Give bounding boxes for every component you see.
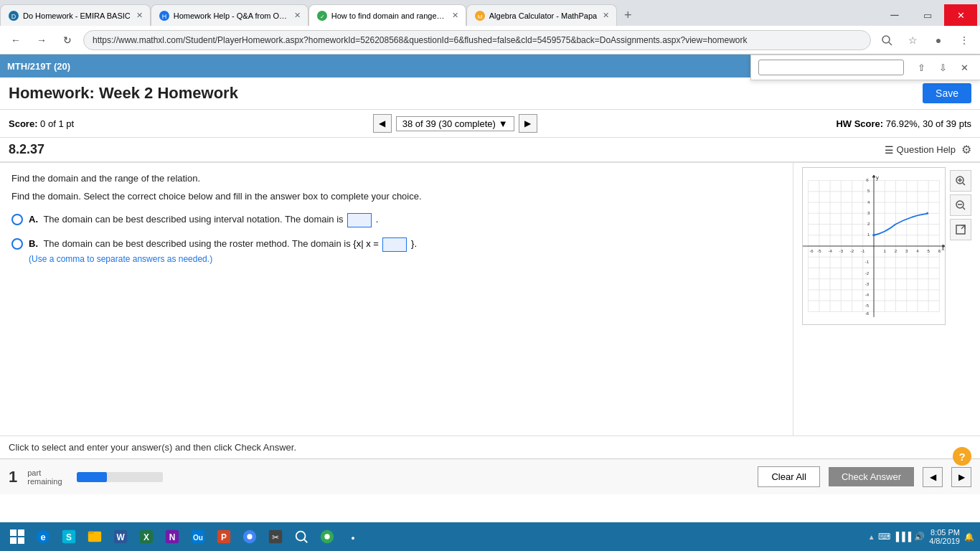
expand-button[interactable] — [950, 219, 971, 240]
svg-text:6: 6 — [938, 248, 941, 253]
svg-text:M: M — [477, 14, 482, 20]
choice-a-text: The domain can be best described using i… — [43, 214, 343, 225]
choice-a-input[interactable] — [347, 213, 372, 227]
graph-svg: x y -6 -5 -4 -3 -2 -1 1 2 3 4 5 6 6 — [802, 167, 946, 325]
user-icon[interactable]: ● — [928, 30, 948, 50]
svg-text:-3: -3 — [839, 248, 844, 253]
action-prev-button[interactable]: ◀ — [923, 467, 943, 487]
course-label: MTH/219T (20) — [7, 61, 70, 72]
svg-text:3: 3 — [867, 210, 870, 215]
find-input[interactable] — [758, 60, 904, 75]
settings-button[interactable]: ⚙ — [961, 143, 971, 156]
check-answer-button[interactable]: Check Answer — [829, 467, 914, 486]
tab4-label: Algebra Calculator - MathPapa — [489, 11, 597, 20]
find-prev-button[interactable]: ⇧ — [913, 59, 930, 76]
question-right: x y -6 -5 -4 -3 -2 -1 1 2 3 4 5 6 6 — [793, 163, 980, 435]
new-tab-button[interactable]: + — [617, 4, 639, 26]
minimize-button[interactable]: ─ — [878, 4, 911, 26]
choice-b-input[interactable] — [382, 237, 407, 252]
clear-all-button[interactable]: Clear All — [758, 466, 819, 487]
prev-question-button[interactable]: ◀ — [373, 114, 392, 133]
choice-b-content: B. The domain can be best described usin… — [29, 237, 417, 264]
choice-a-row: A. The domain can be best described usin… — [11, 213, 781, 227]
tab-3[interactable]: ✓ How to find domain and range f... ✕ — [308, 4, 466, 26]
svg-text:-4: -4 — [828, 248, 832, 253]
graph-area: x y -6 -5 -4 -3 -2 -1 1 2 3 4 5 6 6 — [802, 167, 971, 325]
svg-text:-6: -6 — [809, 248, 814, 253]
question-number: 8.2.37 — [9, 142, 44, 157]
tab-2[interactable]: H Homework Help - Q&A from On... ✕ — [151, 4, 308, 26]
choice-a-label: A. — [29, 214, 38, 225]
svg-text:1: 1 — [867, 232, 870, 237]
next-question-button[interactable]: ▶ — [519, 114, 537, 133]
choice-a-content: A. The domain can be best described usin… — [29, 213, 378, 227]
choice-b-label: B. — [29, 238, 38, 249]
svg-marker-39 — [872, 175, 875, 177]
svg-text:5: 5 — [927, 248, 930, 253]
homework-title: Homework: Week 2 Homework — [9, 84, 238, 103]
bottom-instruction-text: Click to select and enter your answer(s)… — [9, 442, 296, 453]
svg-text:x: x — [941, 245, 944, 252]
svg-line-73 — [963, 207, 965, 209]
tab2-close[interactable]: ✕ — [294, 11, 301, 20]
part-number: 1 — [9, 468, 17, 486]
hw-score-value: 76.92%, 30 of 39 pts — [886, 118, 971, 129]
svg-text:5: 5 — [867, 188, 870, 193]
svg-text:-3: -3 — [865, 281, 870, 286]
tab1-close[interactable]: ✕ — [136, 11, 143, 20]
svg-text:3: 3 — [905, 248, 908, 253]
menu-icon[interactable]: ⋮ — [954, 30, 974, 50]
find-next-button[interactable]: ⇩ — [934, 59, 951, 76]
tab-4[interactable]: M Algebra Calculator - MathPapa ✕ — [466, 4, 617, 26]
tab3-close[interactable]: ✕ — [452, 11, 458, 20]
svg-text:H: H — [162, 13, 167, 20]
homework-title-bar: Homework: Week 2 Homework Save — [0, 77, 980, 110]
tab3-label: How to find domain and range f... — [331, 11, 446, 20]
find-close-button[interactable]: ✕ — [956, 59, 973, 76]
tab1-label: Do Homework - EMIRA BASIC — [23, 11, 131, 20]
part-labels: part remaining — [27, 468, 62, 486]
address-input[interactable] — [83, 30, 871, 50]
score-label: Score: — [9, 118, 37, 129]
svg-text:✓: ✓ — [319, 14, 324, 20]
choice-b-row: B. The domain can be best described usin… — [11, 237, 781, 264]
save-button[interactable]: Save — [923, 83, 971, 103]
question-header: 8.2.37 ☰ Question Help ⚙ — [0, 138, 980, 163]
question-dropdown[interactable]: 38 of 39 (30 complete) ▼ — [396, 116, 514, 131]
tab4-close[interactable]: ✕ — [603, 11, 609, 20]
choice-b-radio[interactable] — [11, 238, 23, 250]
back-button[interactable]: ← — [6, 30, 26, 50]
svg-text:6: 6 — [866, 177, 869, 182]
action-next-button[interactable]: ▶ — [951, 467, 971, 487]
tab-bar: D Do Homework - EMIRA BASIC ✕ H Homework… — [0, 0, 980, 26]
comma-hint-link[interactable]: (Use a comma to separate answers as need… — [29, 254, 417, 264]
dropdown-arrow-icon: ▼ — [499, 118, 508, 129]
svg-text:-1: -1 — [865, 259, 870, 264]
forward-button[interactable]: → — [32, 30, 52, 50]
question-help-button[interactable]: ☰ Question Help — [885, 144, 956, 156]
zoom-in-button[interactable] — [950, 170, 971, 192]
hw-score-label: HW Score: — [836, 118, 883, 129]
score-value: 0 of 1 pt — [40, 118, 74, 129]
tab2-favicon: H — [159, 10, 170, 22]
action-bar: 1 part remaining Clear All Check Answer … — [0, 458, 980, 494]
close-button[interactable]: ✕ — [944, 4, 977, 26]
choice-a-period: . — [376, 214, 379, 225]
bookmark-star-icon[interactable]: ☆ — [903, 30, 923, 50]
main-content: Homework: Week 2 Homework Save Score: 0 … — [0, 77, 980, 494]
instruction-bar: Click to select and enter your answer(s)… — [0, 435, 980, 458]
tab1-favicon: D — [8, 10, 19, 22]
score-left: Score: 0 of 1 pt — [9, 118, 74, 129]
reload-button[interactable]: ↻ — [57, 30, 77, 50]
svg-text:D: D — [11, 13, 17, 20]
remaining-label: remaining — [27, 477, 62, 486]
maximize-button[interactable]: ▭ — [911, 4, 944, 26]
search-icon[interactable] — [877, 30, 897, 50]
help-bubble[interactable]: ? — [953, 447, 971, 466]
zoom-out-button[interactable] — [950, 194, 971, 216]
choice-a-radio[interactable] — [11, 214, 23, 225]
tab-1[interactable]: D Do Homework - EMIRA BASIC ✕ — [0, 4, 151, 26]
question-nav: ◀ 38 of 39 (30 complete) ▼ ▶ — [373, 114, 537, 133]
svg-text:-1: -1 — [861, 248, 865, 253]
question-nav-text: 38 of 39 (30 complete) — [402, 118, 496, 129]
